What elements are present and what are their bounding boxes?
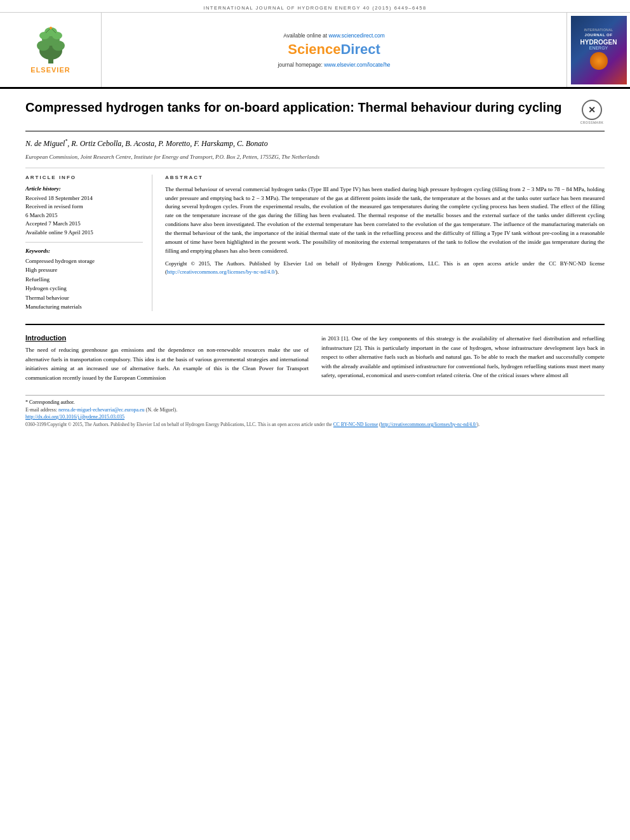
journal-title-top: International Journal of Hydrogen Energy… bbox=[203, 5, 426, 11]
copyright-notice: Copyright © 2015, The Authors. Published… bbox=[165, 260, 605, 276]
keyword-6: Manufacturing materials bbox=[25, 302, 143, 311]
cover-circle-icon bbox=[590, 52, 608, 70]
page-footer: * Corresponding author. E-mail address: … bbox=[25, 395, 605, 434]
email-label: E-mail address: bbox=[25, 407, 57, 413]
crossmark-icon: ✕ bbox=[582, 100, 602, 120]
issn-text1: 0360-3199/Copyright © 2015, The Authors.… bbox=[25, 422, 332, 427]
article-title: Compressed hydrogen tanks for on-board a… bbox=[25, 99, 579, 116]
journal-header-bar: International Journal of Hydrogen Energy… bbox=[0, 0, 630, 13]
cover-journal-of: Journal of bbox=[585, 33, 613, 37]
journal-homepage-url[interactable]: www.elsevier.com/locate/he bbox=[324, 62, 390, 68]
section-divider bbox=[25, 324, 605, 325]
cover-intl: International bbox=[584, 28, 613, 32]
corresponding-author-note: * Corresponding author. bbox=[25, 399, 605, 405]
introduction-heading: Introduction bbox=[25, 334, 309, 342]
article-history-label: Article history: bbox=[25, 185, 143, 192]
cc-license-link[interactable]: CC BY-NC-ND license bbox=[333, 422, 378, 427]
journal-cover-col: International Journal of Hydrogen Energy bbox=[566, 13, 630, 87]
article-info-col: Article Info Article history: Received 1… bbox=[25, 175, 152, 312]
article-title-section: Compressed hydrogen tanks for on-board a… bbox=[25, 99, 605, 131]
elsevier-tree-icon bbox=[25, 27, 76, 65]
keyword-5: Thermal behaviour bbox=[25, 293, 143, 302]
sci-text: Science bbox=[288, 41, 340, 57]
doi-line: http://dx.doi.org/10.1016/j.ijhydene.201… bbox=[25, 414, 605, 420]
introduction-col2-text: in 2013 [1]. One of the key components o… bbox=[321, 334, 605, 380]
elsevier-wordmark: ELSEVIER bbox=[30, 66, 70, 74]
introduction-col1-text: The need of reducing greenhouse gas emis… bbox=[25, 345, 309, 382]
cc-url-link[interactable]: http://creativecommons.org/licenses/by-n… bbox=[381, 422, 477, 427]
direct-text: Direct bbox=[340, 41, 380, 57]
issn-line: 0360-3199/Copyright © 2015, The Authors.… bbox=[25, 421, 605, 428]
doi-link[interactable]: http://dx.doi.org/10.1016/j.ijhydene.201… bbox=[25, 414, 124, 420]
journal-cover-image: International Journal of Hydrogen Energy bbox=[571, 16, 627, 84]
cc-license-url[interactable]: http://creativecommons.org/licenses/by-n… bbox=[167, 269, 276, 275]
center-header-col: Available online at www.sciencedirect.co… bbox=[102, 13, 566, 87]
cover-energy: Energy bbox=[589, 46, 608, 50]
affiliation: European Commission, Joint Research Cent… bbox=[25, 153, 605, 168]
issn-end: . bbox=[478, 422, 479, 427]
affiliation-text: European Commission, Joint Research Cent… bbox=[25, 154, 319, 160]
history-divider bbox=[25, 242, 143, 243]
article-info-label: Article Info bbox=[25, 175, 143, 180]
crossmark-label: CrossMark bbox=[580, 121, 604, 124]
journal-homepage: journal homepage: www.elsevier.com/locat… bbox=[278, 62, 390, 68]
keyword-4: Hydrogen cycling bbox=[25, 284, 143, 293]
abstract-label: Abstract bbox=[165, 175, 605, 180]
keyword-1: Compressed hydrogen storage bbox=[25, 257, 143, 265]
sciencedirect-url[interactable]: www.sciencedirect.com bbox=[328, 32, 384, 39]
logo-row: ELSEVIER Available online at www.science… bbox=[0, 13, 630, 89]
keywords-label: Keywords: bbox=[25, 248, 143, 254]
article-info-abstract-section: Article Info Article history: Received 1… bbox=[25, 175, 605, 312]
email-person: (N. de Miguel). bbox=[146, 407, 178, 413]
abstract-text: The thermal behaviour of several commerc… bbox=[165, 185, 605, 277]
introduction-col2: in 2013 [1]. One of the key components o… bbox=[321, 334, 605, 382]
corresponding-label: * Corresponding author. bbox=[25, 399, 75, 405]
introduction-col1: Introduction The need of reducing greenh… bbox=[25, 334, 309, 382]
keyword-3: Refuelling bbox=[25, 275, 143, 284]
abstract-body: The thermal behaviour of several commerc… bbox=[165, 186, 605, 255]
elsevier-logo-col: ELSEVIER bbox=[0, 13, 102, 87]
author-email[interactable]: nerea.de-miguel-echevarria@ec.europa.eu bbox=[58, 407, 145, 413]
received-revised-label: Received in revised form bbox=[25, 203, 143, 211]
introduction-section: Introduction The need of reducing greenh… bbox=[25, 334, 605, 382]
email-note: E-mail address: nerea.de-miguel-echevarr… bbox=[25, 406, 605, 414]
cover-hydrogen: Hydrogen bbox=[580, 39, 617, 46]
authors-line: N. de Miguel*, R. Ortiz Cebolla, B. Acos… bbox=[25, 138, 605, 149]
elsevier-logo: ELSEVIER bbox=[25, 27, 76, 74]
main-content: Compressed hydrogen tanks for on-board a… bbox=[0, 89, 630, 444]
crossmark-badge[interactable]: ✕ CrossMark bbox=[579, 99, 605, 124]
accepted-date: Accepted 7 March 2015 bbox=[25, 220, 143, 229]
abstract-col: Abstract The thermal behaviour of severa… bbox=[165, 175, 605, 312]
authors-text: N. de Miguel*, R. Ortiz Cebolla, B. Acos… bbox=[25, 139, 268, 148]
received-revised-date: 6 March 2015 bbox=[25, 211, 143, 220]
sciencedirect-logo: ScienceDirect bbox=[288, 41, 380, 58]
svg-point-10 bbox=[50, 27, 52, 29]
available-online-date: Available online 9 April 2015 bbox=[25, 229, 143, 237]
available-online-text: Available online at www.sciencedirect.co… bbox=[283, 32, 385, 39]
received-date: Received 18 September 2014 bbox=[25, 194, 143, 203]
keyword-2: High pressure bbox=[25, 265, 143, 274]
